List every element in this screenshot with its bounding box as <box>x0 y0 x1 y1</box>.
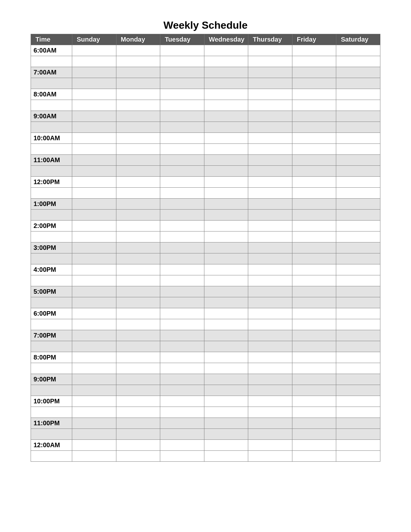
schedule-cell[interactable] <box>204 188 248 199</box>
schedule-cell[interactable] <box>160 319 204 330</box>
schedule-cell[interactable] <box>72 363 116 374</box>
schedule-cell[interactable] <box>336 374 380 385</box>
schedule-cell[interactable] <box>72 45 116 56</box>
schedule-cell[interactable] <box>72 429 116 440</box>
schedule-cell[interactable] <box>116 286 160 297</box>
schedule-cell[interactable] <box>292 177 336 188</box>
schedule-cell[interactable] <box>204 330 248 341</box>
schedule-cell[interactable] <box>336 100 380 111</box>
schedule-cell[interactable] <box>72 396 116 407</box>
schedule-cell[interactable] <box>160 374 204 385</box>
schedule-cell[interactable] <box>160 221 204 232</box>
schedule-cell[interactable] <box>72 177 116 188</box>
schedule-cell[interactable] <box>336 188 380 199</box>
schedule-cell[interactable] <box>248 89 292 100</box>
schedule-cell[interactable] <box>72 100 116 111</box>
schedule-cell[interactable] <box>248 308 292 319</box>
schedule-cell[interactable] <box>292 308 336 319</box>
schedule-cell[interactable] <box>204 352 248 363</box>
schedule-cell[interactable] <box>116 319 160 330</box>
schedule-cell[interactable] <box>336 385 380 396</box>
schedule-cell[interactable] <box>292 352 336 363</box>
schedule-cell[interactable] <box>160 297 204 308</box>
schedule-cell[interactable] <box>248 221 292 232</box>
schedule-cell[interactable] <box>292 155 336 166</box>
schedule-cell[interactable] <box>116 67 160 78</box>
schedule-cell[interactable] <box>160 100 204 111</box>
schedule-cell[interactable] <box>248 286 292 297</box>
schedule-cell[interactable] <box>116 122 160 133</box>
schedule-cell[interactable] <box>72 385 116 396</box>
schedule-cell[interactable] <box>72 56 116 67</box>
schedule-cell[interactable] <box>204 429 248 440</box>
schedule-cell[interactable] <box>248 45 292 56</box>
schedule-cell[interactable] <box>160 451 204 462</box>
schedule-cell[interactable] <box>116 374 160 385</box>
schedule-cell[interactable] <box>248 166 292 177</box>
schedule-cell[interactable] <box>336 133 380 144</box>
schedule-cell[interactable] <box>116 210 160 221</box>
schedule-cell[interactable] <box>248 210 292 221</box>
schedule-cell[interactable] <box>292 429 336 440</box>
schedule-cell[interactable] <box>292 122 336 133</box>
schedule-cell[interactable] <box>204 210 248 221</box>
schedule-cell[interactable] <box>336 253 380 264</box>
schedule-cell[interactable] <box>292 264 336 275</box>
schedule-cell[interactable] <box>72 418 116 429</box>
schedule-cell[interactable] <box>72 199 116 210</box>
schedule-cell[interactable] <box>248 242 292 253</box>
schedule-cell[interactable] <box>336 144 380 155</box>
schedule-cell[interactable] <box>160 188 204 199</box>
schedule-cell[interactable] <box>116 407 160 418</box>
schedule-cell[interactable] <box>204 199 248 210</box>
schedule-cell[interactable] <box>160 429 204 440</box>
schedule-cell[interactable] <box>204 451 248 462</box>
schedule-cell[interactable] <box>204 253 248 264</box>
schedule-cell[interactable] <box>336 297 380 308</box>
schedule-cell[interactable] <box>160 253 204 264</box>
schedule-cell[interactable] <box>248 111 292 122</box>
schedule-cell[interactable] <box>292 297 336 308</box>
schedule-cell[interactable] <box>248 396 292 407</box>
schedule-cell[interactable] <box>160 407 204 418</box>
schedule-cell[interactable] <box>292 199 336 210</box>
schedule-cell[interactable] <box>248 232 292 242</box>
schedule-cell[interactable] <box>336 330 380 341</box>
schedule-cell[interactable] <box>160 155 204 166</box>
schedule-cell[interactable] <box>116 396 160 407</box>
schedule-cell[interactable] <box>72 264 116 275</box>
schedule-cell[interactable] <box>292 78 336 89</box>
schedule-cell[interactable] <box>72 111 116 122</box>
schedule-cell[interactable] <box>336 264 380 275</box>
schedule-cell[interactable] <box>116 56 160 67</box>
schedule-cell[interactable] <box>72 89 116 100</box>
schedule-cell[interactable] <box>160 166 204 177</box>
schedule-cell[interactable] <box>204 100 248 111</box>
schedule-cell[interactable] <box>72 286 116 297</box>
schedule-cell[interactable] <box>72 253 116 264</box>
schedule-cell[interactable] <box>336 177 380 188</box>
schedule-cell[interactable] <box>116 330 160 341</box>
schedule-cell[interactable] <box>248 330 292 341</box>
schedule-cell[interactable] <box>336 242 380 253</box>
schedule-cell[interactable] <box>248 253 292 264</box>
schedule-cell[interactable] <box>336 451 380 462</box>
schedule-cell[interactable] <box>72 330 116 341</box>
schedule-cell[interactable] <box>204 232 248 242</box>
schedule-cell[interactable] <box>204 111 248 122</box>
schedule-cell[interactable] <box>72 122 116 133</box>
schedule-cell[interactable] <box>336 45 380 56</box>
schedule-cell[interactable] <box>336 407 380 418</box>
schedule-cell[interactable] <box>336 210 380 221</box>
schedule-cell[interactable] <box>336 341 380 352</box>
schedule-cell[interactable] <box>72 67 116 78</box>
schedule-cell[interactable] <box>248 407 292 418</box>
schedule-cell[interactable] <box>160 396 204 407</box>
schedule-cell[interactable] <box>204 155 248 166</box>
schedule-cell[interactable] <box>116 221 160 232</box>
schedule-cell[interactable] <box>292 166 336 177</box>
schedule-cell[interactable] <box>72 78 116 89</box>
schedule-cell[interactable] <box>248 341 292 352</box>
schedule-cell[interactable] <box>248 440 292 451</box>
schedule-cell[interactable] <box>336 286 380 297</box>
